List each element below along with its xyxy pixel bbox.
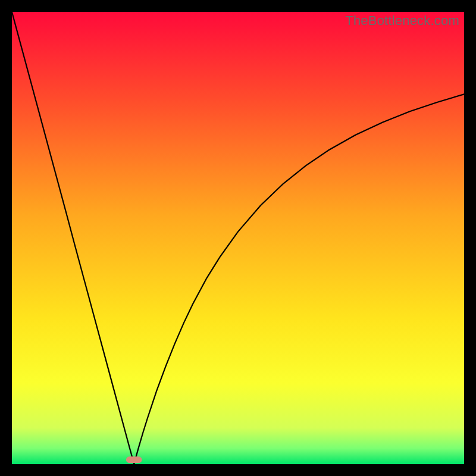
chart-frame: TheBottleneck.com bbox=[12, 12, 464, 464]
gradient-background bbox=[12, 12, 464, 464]
min-marker-group bbox=[126, 456, 142, 463]
min-marker bbox=[126, 456, 142, 463]
watermark-text: TheBottleneck.com bbox=[345, 13, 459, 29]
bottleneck-chart bbox=[12, 12, 464, 464]
